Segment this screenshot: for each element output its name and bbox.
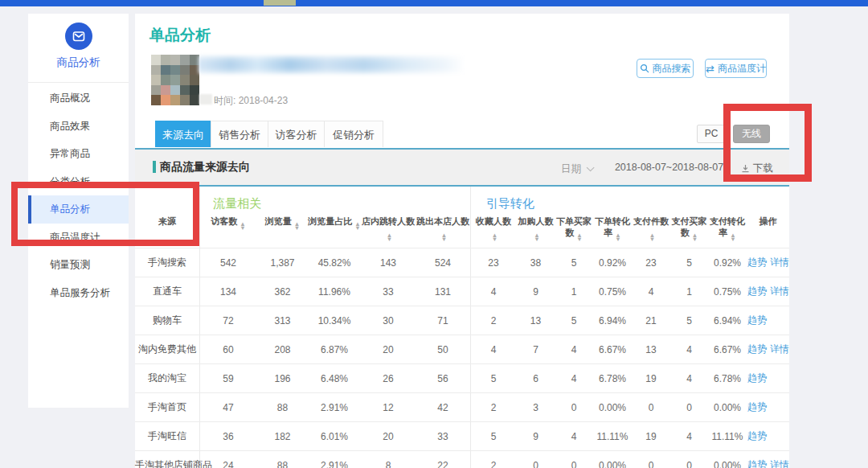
annotation-box-left	[11, 182, 199, 246]
date-filter[interactable]: 日期	[561, 162, 592, 176]
annotation-box-right	[723, 104, 812, 182]
tab-2[interactable]: 访客分析	[268, 121, 325, 147]
browser-top-bar	[0, 0, 868, 6]
sidebar-item-6[interactable]: 销量预测	[28, 251, 129, 279]
tab-0[interactable]: 来源去向	[155, 121, 211, 147]
trend-link[interactable]: 趋势	[747, 314, 767, 327]
detail-link[interactable]: 详情	[770, 285, 789, 298]
sidebar-item-1[interactable]: 商品效果	[28, 113, 129, 141]
sidebar-item-0[interactable]: 商品概况	[28, 84, 129, 113]
row-value: 196	[257, 373, 308, 384]
row-value: 4	[670, 344, 708, 355]
page-title: 单品分析	[149, 25, 211, 46]
product-search-button[interactable]: 商品搜索	[637, 59, 694, 78]
row-value: 5	[670, 257, 708, 269]
sort-arrows-icon[interactable]: ▲▼	[649, 233, 655, 241]
trend-link[interactable]: 趋势	[747, 400, 767, 414]
row-value: 20	[361, 344, 416, 355]
app-logo	[65, 23, 92, 50]
row-value: 4	[555, 373, 593, 384]
table-header-row: 来源访客数▲▼浏览量▲▼浏览量占比▲▼店内跳转人数 ▲▼跳出本店人数 ▲▼收藏人…	[135, 216, 789, 241]
row-value: 2.91%	[308, 402, 361, 413]
trend-link[interactable]: 趋势	[747, 429, 767, 443]
column-header-5[interactable]: 跳出本店人数 ▲▼	[416, 216, 470, 241]
tab-1[interactable]: 销售分析	[211, 121, 268, 147]
sort-arrows-icon[interactable]: ▲▼	[387, 233, 392, 241]
table-row-3: 淘内免费其他602086.87%20504746.67%1346.67%趋势详情	[135, 335, 789, 363]
row-value: 88	[257, 460, 308, 468]
sort-arrows-icon[interactable]: ▲▼	[534, 233, 539, 241]
mosaic-cell	[151, 65, 161, 76]
mosaic-cell	[170, 55, 180, 65]
row-value: 208	[257, 344, 308, 355]
row-value: 0.92%	[708, 257, 747, 269]
mosaic-cell	[161, 95, 170, 105]
row-value: 60	[199, 344, 257, 355]
mosaic-cell	[161, 75, 170, 85]
sort-arrows-icon[interactable]: ▲▼	[615, 233, 620, 241]
row-value: 2	[470, 315, 517, 326]
trend-link[interactable]: 趋势	[747, 256, 767, 269]
row-value: 50	[416, 344, 470, 355]
detail-link[interactable]: 详情	[770, 343, 789, 356]
row-value: 23	[632, 257, 670, 269]
trend-link[interactable]: 趋势	[747, 285, 767, 298]
row-actions: 趋势	[747, 372, 789, 385]
column-header-8[interactable]: 下单买家 数▲▼	[555, 216, 593, 241]
mosaic-cell	[170, 95, 180, 105]
table-row-2: 购物车7231310.34%307121356.94%2156.94%趋势	[135, 306, 789, 335]
sort-arrows-icon[interactable]: ▲▼	[576, 233, 582, 241]
row-actions: 趋势	[747, 429, 789, 443]
row-value: 542	[199, 257, 257, 269]
row-value: 23	[470, 257, 517, 269]
trend-link[interactable]: 趋势	[747, 458, 767, 468]
sidebar-divider	[28, 82, 129, 83]
row-value: 5	[470, 431, 517, 442]
row-value: 6.78%	[593, 373, 632, 384]
row-value: 0	[555, 460, 593, 468]
sidebar-item-7[interactable]: 单品服务分析	[28, 279, 129, 307]
sort-arrows-icon[interactable]: ▲▼	[692, 233, 698, 241]
column-header-1[interactable]: 访客数▲▼	[199, 216, 257, 241]
date-range-value: 2018-08-07~2018-08-07	[611, 162, 727, 173]
sort-arrows-icon[interactable]: ▲▼	[240, 222, 245, 230]
column-header-3[interactable]: 浏览量占比▲▼	[308, 216, 361, 241]
topbar-tab-indicator	[264, 0, 296, 6]
group-title-traffic: 流量相关	[213, 196, 261, 211]
row-value: 6.48%	[308, 373, 361, 384]
row-value: 11.11%	[593, 431, 632, 442]
table-row-0: 手淘搜索5421,38745.82%143524233850.92%2350.9…	[135, 248, 789, 277]
tab-3[interactable]: 促销分析	[324, 121, 383, 147]
row-value: 20	[361, 431, 416, 442]
row-actions: 趋势详情	[747, 256, 789, 269]
column-header-10[interactable]: 支付件数 ▲▼	[632, 216, 670, 241]
column-header-2[interactable]: 浏览量▲▼	[257, 216, 308, 241]
sort-arrows-icon[interactable]: ▲▼	[441, 233, 447, 241]
column-header-11[interactable]: 支付买家 数▲▼	[670, 216, 708, 241]
row-value: 0.00%	[593, 402, 632, 413]
sort-arrows-icon[interactable]: ▲▼	[492, 233, 497, 241]
app: 商品分析 商品概况商品效果异常商品分类分析单品分析商品温度计销量预测单品服务分析…	[0, 0, 868, 468]
sort-arrows-icon[interactable]: ▲▼	[354, 222, 360, 230]
row-value: 8	[361, 460, 416, 468]
column-header-4[interactable]: 店内跳转人数 ▲▼	[361, 216, 416, 241]
column-header-6[interactable]: 收藏人数 ▲▼	[470, 216, 517, 241]
row-value: 19	[632, 373, 670, 384]
column-header-9[interactable]: 下单转化 率▲▼	[593, 216, 632, 241]
product-thermometer-button[interactable]: ⇄ 商品温度计	[705, 59, 767, 78]
row-value: 11.96%	[308, 286, 361, 298]
column-header-7[interactable]: 加购人数 ▲▼	[517, 216, 555, 241]
trend-link[interactable]: 趋势	[747, 343, 767, 356]
swap-icon: ⇄	[706, 64, 714, 74]
detail-link[interactable]: 详情	[770, 256, 789, 269]
mosaic-cell	[151, 75, 161, 85]
column-header-12[interactable]: 支付转化 率▲▼	[708, 216, 747, 241]
toggle-pc[interactable]: PC	[697, 125, 726, 143]
row-value: 0	[632, 402, 670, 413]
sort-arrows-icon[interactable]: ▲▼	[730, 233, 735, 241]
trend-link[interactable]: 趋势	[747, 372, 767, 385]
sort-arrows-icon[interactable]: ▲▼	[294, 222, 300, 230]
detail-link[interactable]: 详情	[770, 458, 789, 468]
row-value: 33	[416, 431, 470, 442]
sidebar-item-2[interactable]: 异常商品	[28, 140, 129, 168]
